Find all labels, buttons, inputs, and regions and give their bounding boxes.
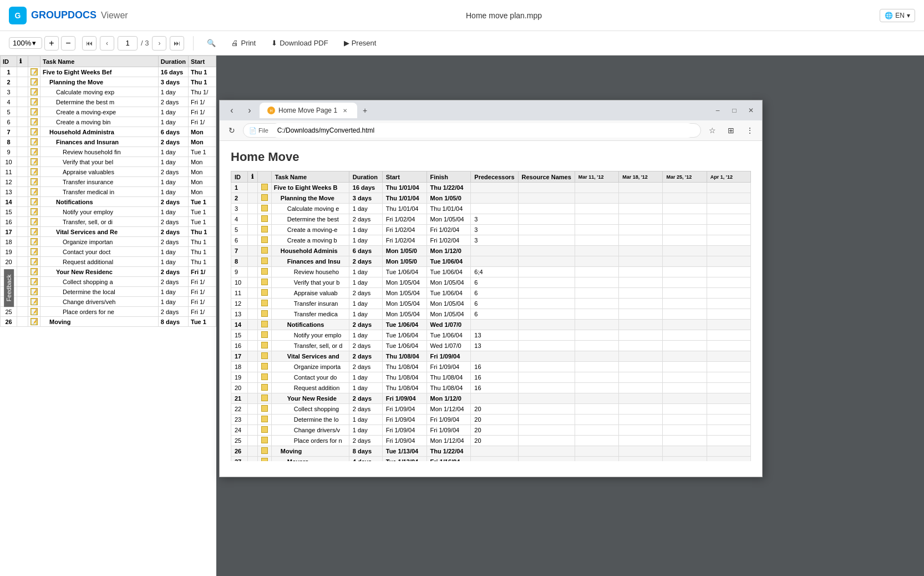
row-mode: 📝 [28,307,40,317]
doc-row-gantt1 [575,341,618,351]
popup-more-button[interactable]: ⋮ [742,123,758,138]
doc-row-pred: 6 [471,288,518,299]
popup-new-tab-button[interactable]: + [357,103,373,118]
popup-content: Home Move ID ℹ Task Name Duration Start … [220,141,762,477]
doc-row-taskname: Movers [271,457,349,462]
prev-page-button[interactable]: ‹ [100,36,114,50]
doc-row-gantt1 [575,415,618,425]
row-duration: 1 day [158,157,188,167]
doc-row-mode [257,425,271,436]
doc-row-info [247,446,257,457]
language-selector[interactable]: 🌐 EN ▾ [880,9,915,22]
last-page-button[interactable]: ⏭ [170,36,184,50]
popup-extensions-button[interactable]: ⊞ [723,123,739,138]
popup-close-button[interactable]: ✕ [744,104,758,117]
doc-row-finish: Thu 1/22/04 [427,446,471,457]
doc-row-info [247,320,257,330]
doc-row-gantt3 [663,425,707,436]
doc-row-gantt3 [663,277,707,288]
popup-title-bar: ‹ › H Home Move Page 1 ✕ + – □ ✕ [220,100,762,120]
doc-row-start: Mon 1/05/04 [382,299,427,309]
popup-minimize-button[interactable]: – [711,104,724,117]
doc-row-pred: 6;4 [471,267,518,277]
logo-area: G GROUPDOCS Viewer [9,7,128,24]
row-duration: 2 days [158,267,188,277]
row-duration: 1 day [158,87,188,97]
groupdocs-logo-icon: G [9,7,27,24]
doc-row-gantt3 [663,415,707,425]
doc-table-row: 20 Request addition 1 day Thu 1/08/04 Th… [231,383,751,393]
present-label: Present [352,39,377,47]
popup-tab-close[interactable]: ✕ [341,106,349,115]
doc-row-start: Fri 1/09/04 [382,436,427,446]
row-taskname: Place orders for ne [40,307,159,317]
doc-col-finish: Finish [427,171,471,183]
doc-row-start: Tue 1/13/04 [382,446,427,457]
row-duration: 2 days [158,197,188,207]
row-id: 15 [1,207,17,217]
row-info [17,277,28,287]
doc-row-start: Thu 1/08/04 [382,362,427,372]
doc-row-mode [257,183,271,193]
popup-address-bar[interactable] [271,123,695,138]
doc-row-taskname: Five to Eight Weeks B [271,183,349,193]
row-duration: 1 day [158,287,188,297]
feedback-tab[interactable]: Feedback [4,269,14,307]
doc-row-finish: Fri 1/02/04 [427,235,471,246]
popup-active-tab[interactable]: H Home Move Page 1 ✕ [260,103,357,118]
doc-table-row: 12 Transfer insuran 1 day Mon 1/05/04 Mo… [231,299,751,309]
doc-row-taskname: Organize importa [271,362,349,372]
doc-row-finish: Fri 1/09/04 [427,362,471,372]
doc-row-gantt1 [575,372,618,383]
doc-row-res [518,277,575,288]
zoom-in-button[interactable]: + [44,36,59,50]
doc-row-gantt1 [575,246,618,256]
page-number-input[interactable] [118,36,138,50]
doc-row-gantt4 [707,214,750,225]
zoom-out-button[interactable]: − [61,36,75,50]
first-page-button[interactable]: ⏮ [82,36,97,50]
doc-row-duration: 4 days [349,457,382,462]
doc-row-finish: Tue 1/06/04 [427,288,471,299]
row-id: 13 [1,187,17,197]
print-button[interactable]: 🖨 Print [227,37,260,49]
row-taskname: Create a moving bin [40,117,159,127]
search-button[interactable]: 🔍 [202,37,220,49]
next-page-button[interactable]: › [152,36,166,50]
doc-row-gantt4 [707,246,750,256]
doc-row-mode [257,362,271,372]
doc-row-gantt1 [575,320,618,330]
row-info [17,77,28,87]
doc-row-id: 7 [231,246,248,256]
doc-row-info [247,299,257,309]
doc-row-gantt4 [707,425,750,436]
doc-col-duration: Duration [349,171,382,183]
popup-bookmark-button[interactable]: ☆ [704,123,720,138]
row-mode: 📝 [28,197,40,207]
popup-reload-button[interactable]: ↻ [224,123,240,138]
row-mode: 📝 [28,257,40,267]
row-info [17,117,28,127]
doc-row-id: 5 [231,225,248,235]
doc-row-pred [471,256,518,267]
row-info [17,307,28,317]
zoom-display[interactable]: 100% ▾ [9,37,42,49]
row-id: 8 [1,137,17,147]
doc-row-gantt2 [619,446,663,457]
doc-row-id: 8 [231,256,248,267]
doc-row-info [247,457,257,462]
table-row: 18 📝 Organize importan 2 days Thu 1 [1,237,216,247]
download-button[interactable]: ⬇ Download PDF [267,37,332,49]
doc-row-start: Fri 1/09/04 [382,415,427,425]
row-taskname: Planning the Move [40,77,159,87]
doc-table: ID ℹ Task Name Duration Start Finish Pre… [231,171,751,461]
row-info [17,157,28,167]
doc-row-info [247,193,257,204]
popup-back-button[interactable]: ‹ [224,103,240,118]
table-row: 20 📝 Request additional 1 day Thu 1 [1,257,216,267]
popup-forward-button[interactable]: › [242,103,257,118]
popup-restore-button[interactable]: □ [728,104,741,117]
doc-row-gantt4 [707,193,750,204]
present-button[interactable]: ▶ Present [339,37,381,49]
zoom-value: 100% [13,39,31,47]
